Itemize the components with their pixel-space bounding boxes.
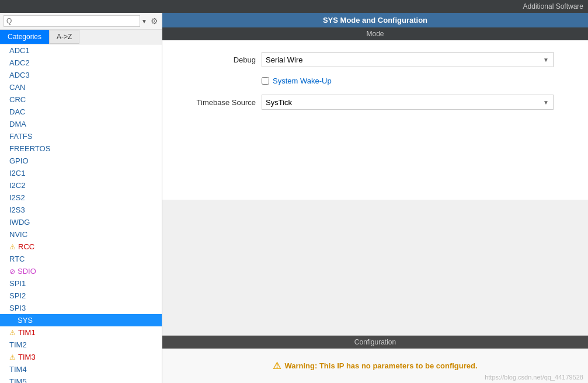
timebase-label: Timebase Source [180,98,256,107]
sidebar-item-tim3[interactable]: ⚠TIM3 [0,351,162,363]
sidebar-item-label: ADC2 [9,58,30,67]
sidebar-item-gpio[interactable]: GPIO [0,155,162,167]
sidebar-item-label: CRC [9,95,26,104]
sidebar-item-label: FREERTOS [9,144,50,153]
sidebar-item-tim1[interactable]: ⚠TIM1 [0,326,162,339]
sidebar-item-label: TIM4 [9,365,27,374]
sidebar-item-sdio[interactable]: ⊘SDIO [0,265,162,277]
sidebar-item-spi3[interactable]: SPI3 [0,302,162,314]
sidebar-item-label: RTC [9,255,25,263]
sidebar-item-rcc[interactable]: ⚠RCC [0,241,162,253]
config-section-header: Configuration [162,336,588,349]
sidebar-item-label: CAN [9,83,25,92]
sidebar-item-can[interactable]: CAN [0,81,162,93]
system-wakeup-row: System Wake-Up [262,76,570,85]
sidebar-item-label: I2S3 [9,206,25,214]
sidebar-item-tim4[interactable]: TIM4 [0,363,162,375]
warning-icon: ⚠ [273,360,281,371]
warning-text: Warning: This IP has no parameters to be… [284,361,477,370]
dropdown-arrow-icon: ▼ [141,18,147,25]
sidebar-item-adc2[interactable]: ADC2 [0,57,162,69]
system-wakeup-label[interactable]: System Wake-Up [273,76,332,85]
sidebar-item-tim5[interactable]: TIM5 [0,375,162,383]
watermark: https://blog.csdn.net/qq_44179528 [485,374,583,381]
sidebar-item-rtc[interactable]: RTC [0,253,162,265]
debug-row: Debug Serial WireJTAG (5 pins)JTAG (4 pi… [180,52,570,67]
sidebar-item-label: IWDG [9,218,30,227]
sidebar-item-dma[interactable]: DMA [0,118,162,130]
debug-select-wrapper: Serial WireJTAG (5 pins)JTAG (4 pins)No … [262,52,554,67]
sidebar-item-label: RCC [18,242,34,251]
sidebar-item-label: NVIC [9,230,27,239]
sidebar-item-label: TIM1 [18,328,36,337]
sidebar-item-sys[interactable]: ✔SYS [0,314,162,326]
sidebar-item-label: SPI2 [9,291,26,300]
sidebar-item-label: DAC [9,107,25,116]
blocked-icon: ⊘ [9,267,15,276]
sidebar-item-label: FATFS [9,132,32,141]
sidebar-item-label: ADC3 [9,71,30,79]
sidebar-item-label: I2S2 [9,193,25,202]
gear-icon[interactable]: ⚙ [151,16,158,26]
mode-section-header: Mode [162,27,588,40]
spacer [162,200,588,336]
sidebar-tabs: Categories A->Z [0,30,162,44]
timebase-select[interactable]: SysTickTIM1TIM2TIM3TIM4TIM5 [262,95,554,110]
warning-icon: ⚠ [9,329,16,337]
content-title: SYS Mode and Configuration [323,16,427,25]
sidebar-item-spi2[interactable]: SPI2 [0,290,162,302]
sidebar-item-dac[interactable]: DAC [0,106,162,118]
sidebar-item-label: SPI3 [9,304,26,312]
sidebar-item-tim2[interactable]: TIM2 [0,339,162,351]
sidebar-item-label: SPI1 [9,279,26,288]
sidebar-item-adc3[interactable]: ADC3 [0,69,162,81]
timebase-row: Timebase Source SysTickTIM1TIM2TIM3TIM4T… [180,95,570,110]
sidebar-item-i2c2[interactable]: I2C2 [0,179,162,192]
top-bar-title: Additional Software [523,2,583,11]
content-header: SYS Mode and Configuration [162,13,588,27]
search-input[interactable] [4,15,140,27]
top-bar: Additional Software [0,0,588,13]
sidebar-item-label: TIM2 [9,340,27,349]
sidebar-search-bar: ▼ ⚙ [0,13,162,30]
warning-message: ⚠ Warning: This IP has no parameters to … [174,360,576,371]
sidebar-list: ADC1ADC2ADC3CANCRCDACDMAFATFSFREERTOSGPI… [0,44,162,383]
sidebar-item-crc[interactable]: CRC [0,93,162,106]
sidebar-item-i2c1[interactable]: I2C1 [0,167,162,179]
sidebar-item-adc1[interactable]: ADC1 [0,44,162,57]
tab-atoz[interactable]: A->Z [49,30,79,44]
check-icon: ✔ [9,316,15,325]
warning-icon: ⚠ [9,243,16,251]
warning-icon: ⚠ [9,353,16,361]
sidebar-item-label: I2C2 [9,181,25,190]
system-wakeup-checkbox[interactable] [262,77,269,85]
tab-categories[interactable]: Categories [0,30,49,44]
sidebar: ▼ ⚙ Categories A->Z ADC1ADC2ADC3CANCRCDA… [0,13,162,383]
sidebar-item-iwdg[interactable]: IWDG [0,216,162,228]
sidebar-item-label: I2C1 [9,169,25,177]
sidebar-item-spi1[interactable]: SPI1 [0,277,162,290]
main-layout: ▼ ⚙ Categories A->Z ADC1ADC2ADC3CANCRCDA… [0,13,588,383]
sidebar-item-label: DMA [9,120,26,128]
sidebar-item-label: SDIO [18,267,36,276]
sidebar-item-freertos[interactable]: FREERTOS [0,142,162,155]
content-area: SYS Mode and Configuration Mode Debug Se… [162,13,588,383]
sidebar-item-label: SYS [18,316,33,325]
sidebar-item-label: GPIO [9,156,29,165]
sidebar-item-label: ADC1 [9,46,30,55]
sidebar-item-label: TIM5 [9,377,27,383]
sidebar-item-fatfs[interactable]: FATFS [0,130,162,142]
debug-label: Debug [180,55,256,64]
debug-select[interactable]: Serial WireJTAG (5 pins)JTAG (4 pins)No … [262,52,554,67]
sidebar-item-label: TIM3 [18,353,36,361]
mode-section: Debug Serial WireJTAG (5 pins)JTAG (4 pi… [162,40,588,200]
sidebar-item-nvic[interactable]: NVIC [0,228,162,241]
sidebar-item-i2s2[interactable]: I2S2 [0,192,162,204]
timebase-select-wrapper: SysTickTIM1TIM2TIM3TIM4TIM5 [262,95,554,110]
sidebar-item-i2s3[interactable]: I2S3 [0,204,162,216]
